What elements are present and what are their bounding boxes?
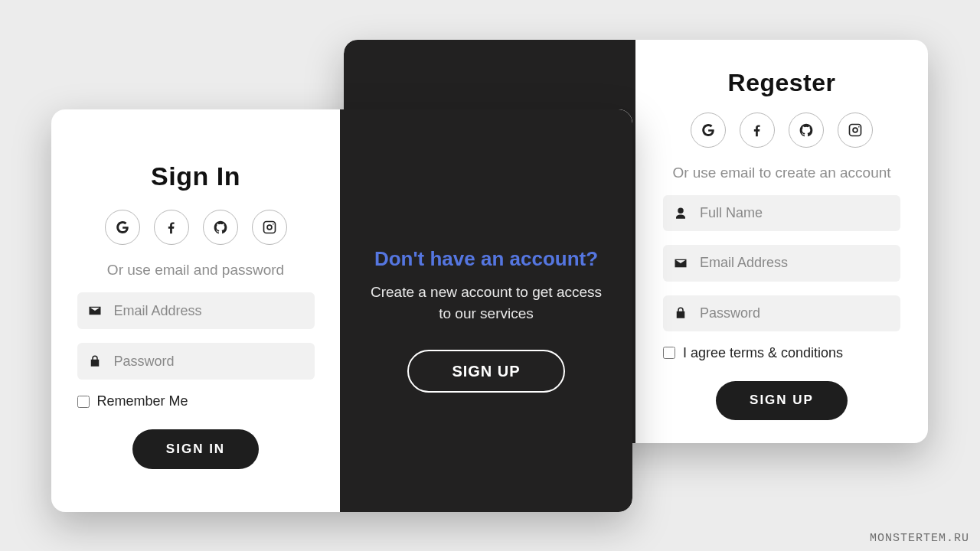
fullname-field-wrap bbox=[663, 195, 900, 231]
signin-password-input[interactable] bbox=[114, 354, 304, 370]
promo-panel: Don't have an account? Create a new acco… bbox=[340, 109, 632, 512]
signin-password-field-wrap bbox=[77, 343, 315, 380]
remember-checkbox[interactable] bbox=[77, 396, 90, 408]
promo-signup-button[interactable]: SIGN UP bbox=[407, 350, 564, 393]
register-form: Regester Or use email to create an accou… bbox=[635, 40, 928, 443]
envelope-icon bbox=[88, 304, 102, 318]
register-password-input[interactable] bbox=[700, 305, 890, 321]
lock-icon bbox=[88, 354, 102, 368]
register-email-field-wrap bbox=[663, 245, 900, 281]
signin-hint: Or use email and password bbox=[107, 262, 284, 279]
envelope-icon bbox=[674, 256, 688, 270]
signin-email-field-wrap bbox=[77, 292, 315, 329]
instagram-icon[interactable] bbox=[252, 210, 287, 245]
github-icon[interactable] bbox=[789, 112, 824, 148]
register-email-input[interactable] bbox=[700, 255, 890, 271]
signin-social-row bbox=[105, 210, 287, 245]
google-icon[interactable] bbox=[691, 112, 726, 148]
google-icon[interactable] bbox=[105, 210, 140, 245]
github-icon[interactable] bbox=[203, 210, 238, 245]
fullname-input[interactable] bbox=[700, 205, 890, 221]
signin-title: Sign In bbox=[151, 161, 240, 191]
signin-card: Sign In Or use email and password bbox=[51, 109, 632, 512]
register-hint: Or use email to create an account bbox=[672, 165, 890, 181]
signin-form: Sign In Or use email and password bbox=[51, 109, 340, 512]
terms-row[interactable]: I agree terms & conditions bbox=[663, 345, 900, 361]
remember-label: Remember Me bbox=[97, 393, 188, 409]
terms-label: I agree terms & conditions bbox=[683, 345, 843, 361]
register-title: Regester bbox=[728, 69, 836, 97]
register-social-row bbox=[691, 112, 873, 148]
user-icon bbox=[674, 207, 688, 220]
facebook-icon[interactable] bbox=[740, 112, 775, 148]
facebook-icon[interactable] bbox=[154, 210, 189, 245]
promo-subtitle: Create a new account to get access to ou… bbox=[368, 282, 605, 324]
watermark: MONSTERTEM.RU bbox=[870, 532, 969, 545]
signin-email-input[interactable] bbox=[114, 303, 304, 319]
terms-checkbox[interactable] bbox=[663, 347, 675, 359]
register-password-field-wrap bbox=[663, 295, 900, 331]
lock-icon bbox=[674, 306, 688, 320]
promo-title: Don't have an account? bbox=[374, 247, 598, 271]
instagram-icon[interactable] bbox=[838, 112, 873, 148]
remember-row[interactable]: Remember Me bbox=[77, 393, 315, 409]
signin-submit-button[interactable]: SIGN IN bbox=[132, 429, 259, 469]
register-submit-button[interactable]: SIGN UP bbox=[716, 381, 848, 420]
